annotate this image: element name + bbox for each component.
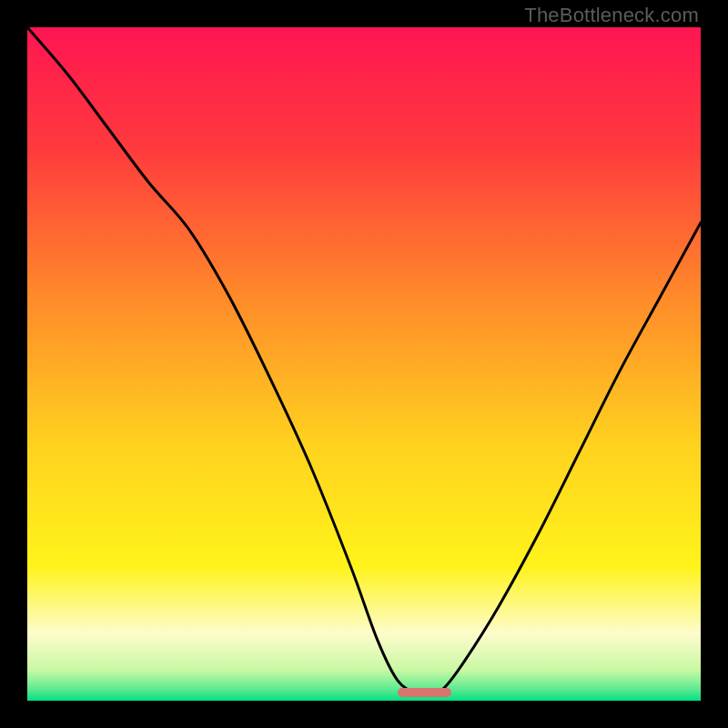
watermark-text: TheBottleneck.com (524, 4, 699, 27)
chart-frame: TheBottleneck.com (0, 0, 728, 728)
plot-area (27, 27, 701, 701)
bottleneck-curve (27, 27, 701, 701)
optimal-range-marker (398, 688, 451, 697)
